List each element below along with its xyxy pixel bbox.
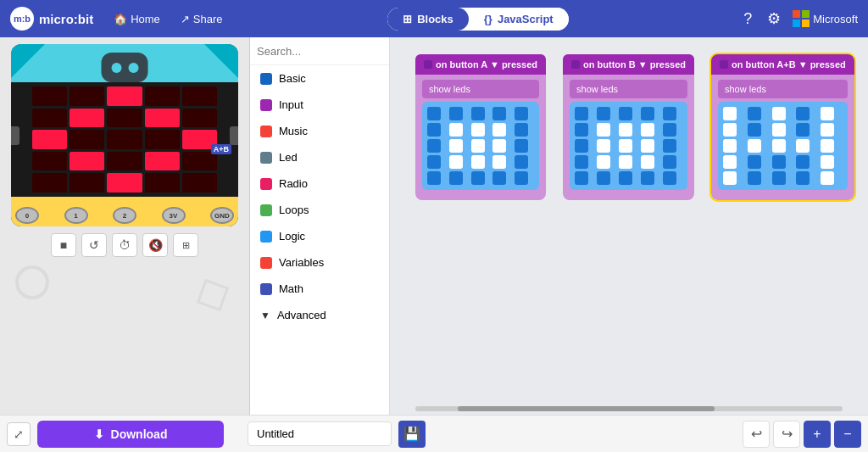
led-cell[interactable] — [427, 155, 441, 169]
sidebar-item-basic[interactable]: Basic — [250, 65, 389, 92]
sidebar-item-math[interactable]: Math — [250, 276, 389, 302]
led-cell[interactable] — [575, 171, 588, 185]
led-cell[interactable] — [515, 139, 528, 153]
led-cell[interactable] — [575, 139, 588, 153]
settings-button[interactable]: ⚙ — [764, 6, 784, 31]
home-link[interactable]: 🏠 Home — [107, 9, 167, 29]
led-cell[interactable] — [796, 123, 810, 137]
led-cell[interactable] — [575, 107, 588, 120]
led-cell[interactable] — [471, 123, 485, 137]
expand-button[interactable]: ⤢ — [7, 422, 31, 446]
led-cell[interactable] — [772, 123, 786, 137]
scrollbar-thumb[interactable] — [458, 406, 714, 411]
sim-pin-0[interactable]: 0 — [15, 207, 39, 224]
led-cell[interactable] — [449, 123, 463, 137]
led-cell[interactable] — [748, 155, 761, 169]
led-grid[interactable] — [718, 102, 848, 190]
led-cell[interactable] — [748, 171, 761, 185]
led-cell[interactable] — [492, 123, 506, 137]
led-cell[interactable] — [821, 171, 834, 185]
led-cell[interactable] — [796, 171, 810, 185]
led-cell[interactable] — [663, 107, 676, 120]
led-cell[interactable] — [575, 155, 588, 169]
download-button[interactable]: ⬇ Download — [37, 421, 224, 448]
led-cell[interactable] — [663, 139, 676, 153]
sim-slow-button[interactable]: ⏱ — [112, 233, 137, 257]
sim-button-b[interactable] — [230, 126, 238, 145]
led-cell[interactable] — [575, 123, 588, 137]
led-cell[interactable] — [597, 139, 610, 153]
led-cell[interactable] — [492, 171, 506, 185]
sim-pin-2[interactable]: 2 — [113, 207, 136, 224]
led-cell[interactable] — [515, 123, 528, 137]
led-cell[interactable] — [619, 171, 632, 185]
led-cell[interactable] — [492, 107, 506, 120]
led-cell[interactable] — [492, 155, 506, 169]
block-block-a[interactable]: on button A ▼ pressedshow leds — [415, 54, 546, 200]
sim-button-a[interactable] — [11, 126, 19, 145]
led-cell[interactable] — [597, 123, 610, 137]
sidebar-item-input[interactable]: Input — [250, 92, 389, 118]
redo-button[interactable]: ↪ — [773, 421, 800, 448]
sim-restart-button[interactable]: ↺ — [81, 233, 107, 257]
led-cell[interactable] — [492, 139, 506, 153]
led-cell[interactable] — [641, 139, 654, 153]
led-cell[interactable] — [619, 155, 632, 169]
led-cell[interactable] — [597, 155, 610, 169]
led-cell[interactable] — [471, 139, 485, 153]
led-cell[interactable] — [772, 155, 786, 169]
led-cell[interactable] — [772, 139, 786, 153]
led-cell[interactable] — [449, 171, 463, 185]
sim-stop-button[interactable]: ■ — [51, 233, 76, 257]
led-cell[interactable] — [427, 139, 441, 153]
led-cell[interactable] — [515, 171, 528, 185]
led-grid[interactable] — [422, 102, 539, 190]
led-cell[interactable] — [427, 171, 441, 185]
led-cell[interactable] — [597, 107, 610, 120]
led-cell[interactable] — [597, 171, 610, 185]
zoom-in-button[interactable]: + — [804, 421, 831, 448]
sim-fullscreen-button[interactable]: ⊞ — [173, 233, 198, 257]
led-cell[interactable] — [772, 171, 786, 185]
sidebar-item-advanced[interactable]: ▼Advanced — [250, 302, 389, 328]
led-cell[interactable] — [723, 123, 737, 137]
sidebar-item-variables[interactable]: Variables — [250, 249, 389, 276]
led-cell[interactable] — [748, 107, 761, 120]
sim-pin-3v[interactable]: 3V — [162, 207, 186, 224]
blocks-tab[interactable]: ⊞ Blocks — [387, 8, 469, 31]
led-cell[interactable] — [663, 123, 676, 137]
led-cell[interactable] — [821, 123, 834, 137]
led-cell[interactable] — [663, 155, 676, 169]
led-cell[interactable] — [641, 155, 654, 169]
sidebar-item-logic[interactable]: Logic — [250, 223, 389, 249]
led-cell[interactable] — [796, 155, 810, 169]
led-cell[interactable] — [723, 107, 737, 120]
sidebar-item-radio[interactable]: Radio — [250, 170, 389, 197]
led-cell[interactable] — [619, 107, 632, 120]
sidebar-item-led[interactable]: Led — [250, 144, 389, 170]
help-button[interactable]: ? — [740, 7, 755, 31]
sidebar-item-music[interactable]: Music — [250, 118, 389, 144]
led-cell[interactable] — [449, 139, 463, 153]
led-cell[interactable] — [641, 123, 654, 137]
led-cell[interactable] — [471, 107, 485, 120]
led-cell[interactable] — [427, 107, 441, 120]
canvas-area[interactable]: on button A ▼ pressedshow ledson button … — [390, 37, 868, 415]
led-cell[interactable] — [619, 139, 632, 153]
led-cell[interactable] — [796, 139, 810, 153]
led-cell[interactable] — [821, 139, 834, 153]
sim-pin-gnd[interactable]: GND — [210, 207, 234, 224]
led-cell[interactable] — [821, 155, 834, 169]
led-cell[interactable] — [821, 107, 834, 120]
led-cell[interactable] — [515, 107, 528, 120]
led-cell[interactable] — [471, 155, 485, 169]
sim-pin-1[interactable]: 1 — [64, 207, 88, 224]
led-cell[interactable] — [471, 171, 485, 185]
led-cell[interactable] — [641, 171, 654, 185]
led-cell[interactable] — [641, 107, 654, 120]
block-block-ab[interactable]: on button A+B ▼ pressedshow leds — [711, 54, 854, 200]
led-cell[interactable] — [619, 123, 632, 137]
share-link[interactable]: ↗ Share — [174, 9, 230, 29]
led-cell[interactable] — [723, 155, 737, 169]
led-cell[interactable] — [748, 139, 761, 153]
